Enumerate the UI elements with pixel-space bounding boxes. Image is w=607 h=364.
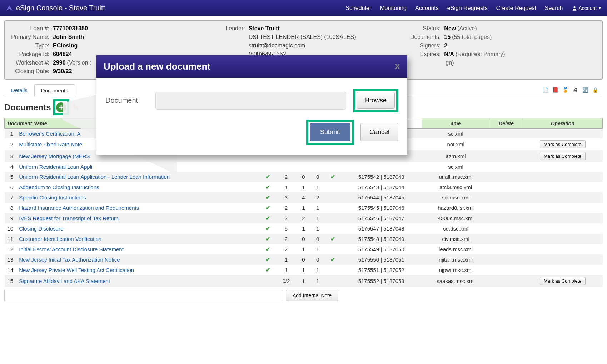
checkmark-icon: ✔ xyxy=(265,205,270,211)
award-icon[interactable]: 🏅 xyxy=(561,86,569,94)
account-label: Account xyxy=(579,5,597,11)
tab-details[interactable]: Details xyxy=(4,84,34,96)
row-index: 13 xyxy=(5,254,16,265)
upload-document-modal: Upload a new document X Document Browse … xyxy=(96,55,407,155)
filename: sc.xml xyxy=(422,162,490,172)
delete-cell[interactable] xyxy=(490,172,523,182)
nav-account-dropdown[interactable]: Account ▼ xyxy=(572,5,602,11)
delete-cell[interactable] xyxy=(490,254,523,265)
delete-cell[interactable] xyxy=(490,129,523,139)
section-title: Documents xyxy=(4,102,51,112)
filename: not.xml xyxy=(422,138,490,150)
nav-esign-requests[interactable]: eSign Requests xyxy=(447,5,488,11)
nav-create-request[interactable]: Create Request xyxy=(496,5,536,11)
filename: 4506c.msc.xml xyxy=(422,213,490,223)
refresh-icon[interactable]: 🔄 xyxy=(581,86,589,94)
checkmark-icon: ✔ xyxy=(265,184,270,190)
modal-title: Upload a new document xyxy=(104,61,210,72)
delete-cell[interactable] xyxy=(490,234,523,244)
add-internal-note-button[interactable]: Add Internal Note xyxy=(286,290,338,301)
checkmark-icon: ✔ xyxy=(330,236,335,242)
row-index: 5 xyxy=(5,172,16,182)
table-row: 5Uniform Residential Loan Application - … xyxy=(5,172,603,182)
mark-complete-button[interactable]: Mark as Complete xyxy=(540,152,585,160)
document-link[interactable]: Signature Affidavit and AKA Statement xyxy=(16,275,260,287)
row-index: 10 xyxy=(5,223,16,234)
col-filename: ame xyxy=(422,118,490,129)
browse-button[interactable]: Browse xyxy=(357,92,395,109)
cancel-button[interactable]: Cancel xyxy=(360,123,398,141)
document-link[interactable]: Customer Identification Verification xyxy=(16,234,260,244)
filename: sc.xml xyxy=(422,129,490,139)
checkmark-icon: ✔ xyxy=(265,194,270,201)
nav-search[interactable]: Search xyxy=(545,5,563,11)
lender-label: Lender: xyxy=(206,24,249,59)
export-icon[interactable]: 📄 xyxy=(541,86,549,94)
row-index: 15 xyxy=(5,275,16,287)
app-logo-icon xyxy=(5,4,13,12)
filename: azm.xml xyxy=(422,150,490,162)
caret-down-icon: ▼ xyxy=(598,6,602,10)
modal-header: Upload a new document X xyxy=(96,55,407,78)
document-link[interactable]: IVES Request for Transcript of Tax Retur… xyxy=(16,213,260,223)
mark-complete-button[interactable]: Mark as Complete xyxy=(540,140,585,148)
lock-icon[interactable]: 🔒 xyxy=(591,86,599,94)
nav-scheduler[interactable]: Scheduler xyxy=(345,5,371,11)
table-row: 10Closing Disclosure✔5115175547 | 518704… xyxy=(5,223,603,234)
tab-documents[interactable]: Documents xyxy=(34,84,75,96)
document-link[interactable]: Uniform Residential Loan Appli xyxy=(16,162,260,172)
document-link[interactable]: Hazard Insurance Authorization and Requi… xyxy=(16,203,260,213)
row-index: 12 xyxy=(5,244,16,254)
document-link[interactable]: Initial Escrow Account Disclosure Statem… xyxy=(16,244,260,254)
row-index: 14 xyxy=(5,265,16,275)
checkmark-icon: ✔ xyxy=(265,215,270,221)
svg-point-1 xyxy=(573,6,575,8)
checkmark-icon: ✔ xyxy=(265,226,270,232)
col-operation: Operation xyxy=(523,118,602,129)
print-icon[interactable]: 🖨 xyxy=(571,86,579,94)
internal-note-input[interactable] xyxy=(4,290,283,301)
document-link[interactable]: Specific Closing Instructions xyxy=(16,192,260,203)
document-link[interactable]: Addendum to Closing Instructions xyxy=(16,182,260,192)
checkmark-icon: ✔ xyxy=(330,174,335,180)
delete-cell[interactable] xyxy=(490,182,523,192)
filename: atci3.msc.xml xyxy=(422,182,490,192)
delete-cell[interactable] xyxy=(490,150,523,162)
info-col-right: Status:New(Active)Documents:15(55 total … xyxy=(401,24,597,76)
document-file-field[interactable] xyxy=(155,92,346,110)
checkmark-icon: ✔ xyxy=(265,267,270,273)
delete-cell[interactable] xyxy=(490,162,523,172)
table-row: 7Specific Closing Instructions✔342517554… xyxy=(5,192,603,203)
delete-cell[interactable] xyxy=(490,138,523,150)
table-row: 11Customer Identification Verification✔2… xyxy=(5,234,603,244)
delete-cell[interactable] xyxy=(490,192,523,203)
delete-cell[interactable] xyxy=(490,244,523,254)
row-index: 6 xyxy=(5,182,16,192)
document-link[interactable]: New Jersey Initial Tax Authorization Not… xyxy=(16,254,260,265)
row-index: 2 xyxy=(5,138,16,150)
nav-monitoring[interactable]: Monitoring xyxy=(380,5,407,11)
filename: urlalli.msc.xml xyxy=(422,172,490,182)
delete-cell[interactable] xyxy=(490,203,523,213)
modal-close-button[interactable]: X xyxy=(395,62,400,71)
delete-cell[interactable] xyxy=(490,213,523,223)
mark-complete-button[interactable]: Mark as Complete xyxy=(540,277,585,285)
nav-accounts[interactable]: Accounts xyxy=(415,5,439,11)
filename: civ.msc.xml xyxy=(422,234,490,244)
table-row: 15Signature Affidavit and AKA Statement0… xyxy=(5,275,603,287)
submit-button[interactable]: Submit xyxy=(310,123,350,141)
svg-marker-0 xyxy=(6,5,13,11)
document-link[interactable]: New Jersey Private Well Testing Act Cert… xyxy=(16,265,260,275)
filename: njitan.msc.xml xyxy=(422,254,490,265)
document-field-label: Document xyxy=(105,96,148,105)
delete-cell[interactable] xyxy=(490,223,523,234)
row-index: 7 xyxy=(5,192,16,203)
filename: sci.msc.xml xyxy=(422,192,490,203)
document-link[interactable]: Closing Disclosure xyxy=(16,223,260,234)
delete-cell[interactable] xyxy=(490,265,523,275)
table-row: 14New Jersey Private Well Testing Act Ce… xyxy=(5,265,603,275)
delete-cell[interactable] xyxy=(490,275,523,287)
table-row: 4Uniform Residential Loan Applisc.xml xyxy=(5,162,603,172)
pdf-icon[interactable]: 📕 xyxy=(551,86,559,94)
document-link[interactable]: Uniform Residential Loan Application - L… xyxy=(16,172,260,182)
